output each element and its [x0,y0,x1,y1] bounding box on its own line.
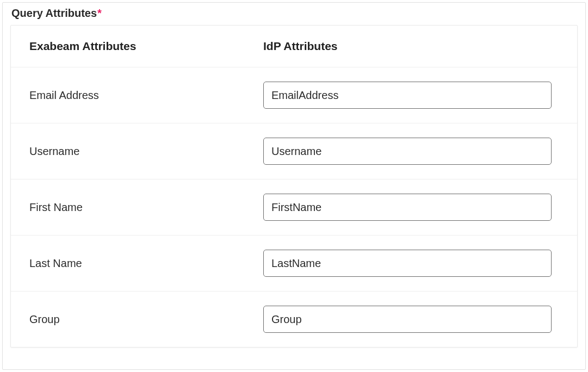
query-attributes-panel: Query Attributes* Exabeam Attributes IdP… [2,2,586,370]
idp-attribute-input-username[interactable] [263,138,552,165]
table-row: Username [11,123,577,179]
idp-attribute-input-group[interactable] [263,306,552,333]
header-idp-attributes: IdP Attributes [263,40,559,53]
attributes-table: Exabeam Attributes IdP Attributes Email … [10,25,578,348]
idp-attribute-input-email[interactable] [263,82,552,109]
exabeam-attribute-label: First Name [29,201,263,214]
exabeam-attribute-label: Group [29,313,263,326]
required-asterisk-icon: * [97,7,102,19]
table-row: Group [11,292,577,347]
table-row: Last Name [11,235,577,292]
table-row: Email Address [11,67,577,123]
exabeam-attribute-label: Email Address [29,89,263,102]
idp-attribute-input-firstname[interactable] [263,194,552,221]
idp-attribute-input-lastname[interactable] [263,250,552,277]
exabeam-attribute-label: Last Name [29,257,263,270]
section-title: Query Attributes* [10,7,578,20]
section-title-text: Query Attributes [11,7,97,19]
exabeam-attribute-label: Username [29,145,263,158]
header-exabeam-attributes: Exabeam Attributes [29,40,263,53]
table-row: First Name [11,179,577,235]
table-header: Exabeam Attributes IdP Attributes [11,26,577,67]
